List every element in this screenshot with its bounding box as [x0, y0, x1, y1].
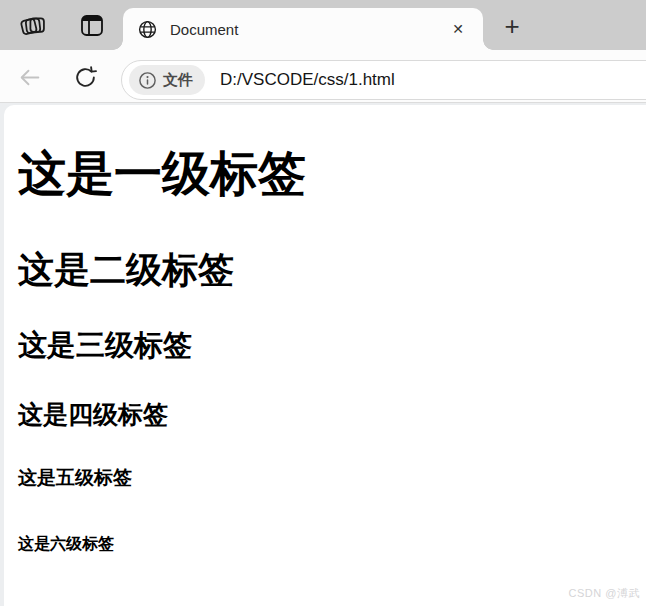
heading-level-3: 这是三级标签: [18, 328, 646, 362]
heading-level-2: 这是二级标签: [18, 249, 646, 291]
back-icon[interactable]: [16, 64, 42, 90]
page-viewport: 这是一级标签 这是二级标签 这是三级标签 这是四级标签 这是五级标签 这是六级标…: [0, 103, 646, 606]
refresh-icon[interactable]: [72, 64, 98, 90]
navigation-toolbar: 文件 D:/VSCODE/css/1.html: [0, 50, 646, 103]
scheme-label: 文件: [163, 71, 193, 90]
heading-level-5: 这是五级标签: [18, 467, 646, 489]
page-content: 这是一级标签 这是二级标签 这是三级标签 这是四级标签 这是五级标签 这是六级标…: [4, 105, 646, 606]
info-icon: [138, 71, 157, 90]
tab-document[interactable]: Document ✕: [123, 8, 483, 50]
browser-window: Document ✕ +: [0, 0, 646, 607]
tab-layout-icon[interactable]: [78, 11, 106, 39]
new-tab-button[interactable]: +: [497, 11, 527, 41]
tab-close-icon[interactable]: ✕: [447, 18, 469, 40]
file-scheme-chip[interactable]: 文件: [129, 65, 205, 95]
heading-level-1: 这是一级标签: [18, 146, 646, 202]
tab-title: Document: [170, 21, 447, 38]
tab-strip: Document ✕ +: [0, 0, 646, 50]
csdn-watermark: CSDN @溥武: [569, 586, 640, 601]
globe-icon: [137, 19, 158, 40]
heading-level-6: 这是六级标签: [18, 534, 646, 553]
heading-level-4: 这是四级标签: [18, 400, 646, 429]
url-text: D:/VSCODE/css/1.html: [220, 70, 395, 90]
workspaces-icon[interactable]: [18, 11, 46, 39]
address-bar[interactable]: 文件 D:/VSCODE/css/1.html: [121, 60, 646, 100]
